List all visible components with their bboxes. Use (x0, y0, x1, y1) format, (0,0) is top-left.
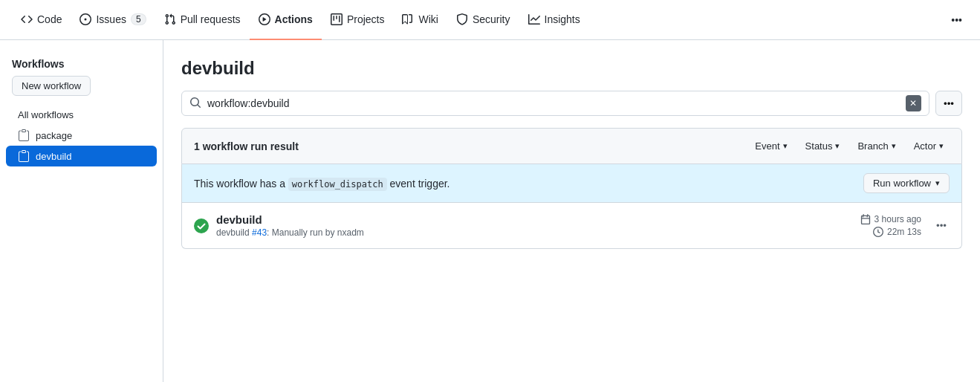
run-description: Manually run by nxadm (272, 227, 364, 238)
sidebar-item-label-devbuild: devbuild (36, 151, 71, 162)
dispatch-text-after: event trigger. (390, 178, 450, 190)
run-time-ago: 3 hours ago (860, 214, 921, 224)
run-name: devbuild (216, 213, 364, 226)
chevron-down-icon-branch: ▾ (892, 141, 896, 151)
results-count: 1 workflow run result (194, 140, 299, 152)
nav-item-code[interactable]: Code (12, 0, 71, 40)
content-area: devbuild ✕ ••• 1 workflow run result Eve… (163, 40, 980, 382)
sidebar-item-label-package: package (36, 130, 72, 141)
clock-icon (873, 227, 883, 237)
chevron-down-icon-actor: ▾ (939, 141, 944, 151)
sidebar-item-devbuild[interactable]: devbuild (6, 146, 157, 166)
sidebar-title: Workflows (0, 52, 163, 76)
run-right: 3 hours ago 22m 13s ••• (860, 214, 950, 237)
sidebar-item-package[interactable]: package (6, 125, 157, 146)
filter-group: Event ▾ Status ▾ Branch ▾ Actor ▾ (749, 137, 950, 155)
duration-text: 22m 13s (887, 227, 921, 237)
search-input[interactable] (207, 97, 900, 109)
search-more-options-button[interactable]: ••• (935, 91, 962, 116)
dispatch-text-before: This workflow has a (194, 178, 285, 190)
filter-actor-button[interactable]: Actor ▾ (908, 137, 950, 155)
run-workflow-button[interactable]: Run workflow ▾ (863, 173, 950, 193)
nav-item-security[interactable]: Security (447, 0, 519, 40)
nav-item-wiki[interactable]: Wiki (393, 0, 447, 40)
more-dots-icon: ••• (951, 14, 962, 26)
nav-label-actions: Actions (275, 13, 313, 25)
code-icon (21, 13, 33, 25)
clear-search-button[interactable]: ✕ (906, 95, 921, 111)
svg-point-0 (194, 218, 209, 233)
dispatch-text: This workflow has a workflow_dispatch ev… (194, 178, 450, 190)
nav-label-code: Code (37, 13, 62, 25)
wiki-icon (402, 13, 414, 25)
nav-item-actions[interactable]: Actions (250, 0, 322, 40)
search-input-wrapper: ✕ (181, 91, 929, 116)
top-nav: Code Issues 5 Pull requests Actions Proj… (0, 0, 980, 40)
run-more-button[interactable]: ••• (933, 217, 950, 234)
run-meta: 3 hours ago 22m 13s (860, 214, 921, 237)
run-workflow-label: Run workflow (873, 178, 931, 189)
run-duration: 22m 13s (873, 227, 921, 237)
nav-label-issues: Issues (96, 13, 126, 25)
filter-actor-label: Actor (914, 140, 936, 152)
sidebar: Workflows New workflow All workflows pac… (0, 40, 163, 382)
nav-item-issues[interactable]: Issues 5 (71, 0, 155, 40)
filter-branch-button[interactable]: Branch ▾ (851, 137, 901, 155)
results-header: 1 workflow run result Event ▾ Status ▾ B… (181, 128, 962, 164)
chevron-down-icon-status: ▾ (835, 141, 840, 151)
filter-event-button[interactable]: Event ▾ (749, 137, 793, 155)
filter-status-button[interactable]: Status ▾ (799, 137, 846, 155)
sidebar-item-all-workflows[interactable]: All workflows (6, 105, 157, 125)
run-more-dots-icon: ••• (936, 220, 947, 231)
sidebar-new-workflow-wrapper: New workflow (12, 76, 151, 96)
new-workflow-button[interactable]: New workflow (12, 76, 91, 96)
more-options-icon: ••• (944, 98, 954, 109)
nav-item-insights[interactable]: Insights (519, 0, 589, 40)
nav-label-wiki: Wiki (418, 13, 438, 25)
run-number-link[interactable]: #43 (252, 227, 267, 238)
main-container: Workflows New workflow All workflows pac… (0, 40, 980, 382)
issues-badge: 5 (131, 13, 146, 25)
chevron-down-icon-run: ▾ (935, 178, 940, 188)
issue-icon (79, 13, 91, 25)
calendar-icon (860, 214, 871, 224)
success-icon (194, 218, 209, 233)
filter-branch-label: Branch (857, 140, 888, 152)
nav-item-projects[interactable]: Projects (322, 0, 394, 40)
nav-label-security: Security (473, 13, 510, 25)
workflow-run-row: devbuild devbuild #43: Manually run by n… (181, 203, 962, 249)
security-icon (456, 13, 468, 25)
run-sub-label: devbuild (216, 227, 250, 238)
nav-item-pull-requests[interactable]: Pull requests (155, 0, 250, 40)
workflow-icon-package (18, 129, 30, 141)
search-bar: ✕ ••• (181, 91, 962, 116)
insights-icon (528, 13, 540, 25)
time-ago-text: 3 hours ago (874, 214, 921, 224)
nav-label-pull-requests: Pull requests (181, 13, 241, 25)
search-icon (189, 97, 201, 111)
projects-icon (331, 13, 343, 25)
filter-event-label: Event (755, 140, 779, 152)
run-left: devbuild devbuild #43: Manually run by n… (194, 213, 364, 238)
dispatch-banner: This workflow has a workflow_dispatch ev… (181, 164, 962, 203)
nav-label-projects: Projects (347, 13, 385, 25)
nav-label-insights: Insights (545, 13, 580, 25)
run-sub: devbuild #43: Manually run by nxadm (216, 227, 364, 238)
more-options-nav[interactable]: ••• (945, 8, 968, 32)
filter-status-label: Status (805, 140, 833, 152)
dispatch-code: workflow_dispatch (288, 178, 387, 191)
all-workflows-label: All workflows (18, 109, 74, 120)
chevron-down-icon-event: ▾ (783, 141, 788, 151)
run-info: devbuild devbuild #43: Manually run by n… (216, 213, 364, 238)
workflow-icon-devbuild (18, 150, 30, 162)
page-title: devbuild (181, 58, 962, 79)
actions-icon (259, 13, 270, 25)
pr-icon (164, 13, 176, 25)
